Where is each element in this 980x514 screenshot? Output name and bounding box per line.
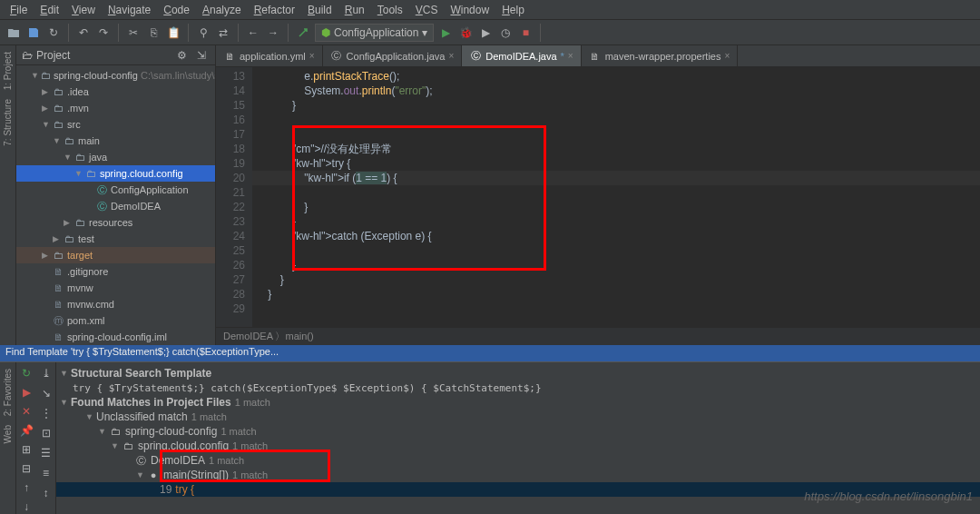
tree-node-demoidea[interactable]: ⒸDemoIDEA [16, 198, 215, 214]
tree-node-spring-cloud-config[interactable]: ▼🗀spring-cloud-config C:\sam.lin\study\s… [16, 67, 215, 84]
down-icon[interactable]: ↓ [19, 500, 34, 514]
debug-icon[interactable]: 🐞 [457, 25, 474, 41]
autoscroll-icon[interactable]: ↘ [39, 386, 54, 400]
result-node[interactable]: ▼🗀spring-cloud-config 1 match [56, 424, 980, 439]
tree-node-java[interactable]: ▼🗀java [16, 149, 215, 165]
structure-tool-tab[interactable]: 7: Structure [2, 96, 14, 149]
tab-maven-wrapper-properties[interactable]: 🗎maven-wrapper.properties× [582, 45, 739, 66]
close-tab-icon[interactable]: × [725, 51, 730, 61]
line-13[interactable]: e.printStackTrace(); [252, 69, 980, 84]
tab-application-yml[interactable]: 🗎application.yml× [216, 45, 323, 66]
back-icon[interactable]: ← [245, 25, 261, 41]
tree-node-configapplication[interactable]: ⒸConfigApplication [16, 182, 215, 198]
menu-refactor[interactable]: Refactor [248, 2, 301, 18]
menu-file[interactable]: File [4, 2, 34, 18]
tree-node-src[interactable]: ▼🗀src [16, 116, 215, 133]
tab-configapplication-java[interactable]: ⒸConfigApplication.java× [323, 45, 463, 66]
coverage-icon[interactable]: ▶ [477, 25, 494, 41]
redo-icon[interactable]: ↷ [95, 25, 112, 41]
line-14[interactable]: System.out.println("error"); [252, 84, 980, 98]
menu-build[interactable]: Build [301, 2, 338, 18]
project-tool-tab[interactable]: 1: Project [2, 49, 14, 93]
result-node[interactable]: ▼Unclassified match 1 match [56, 410, 980, 424]
project-tree[interactable]: ▼🗀spring-cloud-config C:\sam.lin\study\s… [16, 65, 215, 345]
tree-node-test[interactable]: ▶🗀test [16, 231, 215, 247]
line-28[interactable]: } [252, 287, 980, 301]
menu-navigate[interactable]: Navigate [102, 2, 157, 18]
favorites-tool-tab[interactable]: 2: Favorites [2, 366, 14, 419]
cut-icon[interactable]: ✂ [125, 25, 142, 41]
run-config-selector[interactable]: ⬢ ConfigApplication ▾ [315, 24, 434, 42]
web-tool-tab[interactable]: Web [2, 422, 14, 446]
save-icon[interactable] [25, 25, 42, 41]
export-icon[interactable]: ⤓ [39, 366, 54, 381]
forward-icon[interactable]: → [265, 25, 281, 41]
line-20[interactable]: "kw-hl">if (1 == 1) { [252, 171, 980, 185]
close-tab-icon[interactable]: × [448, 51, 454, 61]
line-19[interactable]: "kw-hl">try { [252, 156, 980, 171]
menu-analyze[interactable]: Analyze [196, 2, 248, 18]
line-21[interactable] [252, 185, 980, 200]
menu-tools[interactable]: Tools [371, 2, 409, 18]
collapse-all-icon[interactable]: ⊟ [19, 462, 34, 476]
tree-node--idea[interactable]: ▶🗀.idea [16, 84, 215, 100]
open-icon[interactable] [5, 25, 22, 41]
tree-node-resources[interactable]: ▶🗀resources [16, 214, 215, 231]
group-icon[interactable]: ⊡ [39, 426, 54, 440]
filter-icon[interactable]: ≡ [39, 466, 54, 480]
menu-edit[interactable]: Edit [34, 2, 65, 18]
line-24[interactable]: "kw-hl">catch (Exception e) { [252, 229, 980, 243]
result-node[interactable]: ⒸDemoIDEA 1 match [56, 453, 980, 468]
breadcrumb[interactable]: DemoIDEA 〉main() [216, 327, 980, 345]
close-tab-icon[interactable]: × [309, 51, 315, 61]
tree-node-spring-cloud-config[interactable]: ▼🗀spring.cloud.config [16, 165, 215, 182]
result-node[interactable]: ▼●main(String[]) 1 match [56, 468, 980, 482]
paste-icon[interactable]: 📋 [165, 25, 181, 41]
pin-icon[interactable]: 📌 [19, 423, 34, 437]
collapse-icon[interactable]: ⇲ [193, 47, 210, 64]
tree-node-spring-cloud-config-iml[interactable]: 🗎spring-cloud-config.iml [16, 329, 215, 345]
settings-icon[interactable]: ⋮ [39, 406, 54, 420]
sync-icon[interactable]: ↻ [45, 25, 62, 41]
replace-icon[interactable]: ⇄ [215, 25, 231, 41]
preview-icon[interactable]: ☰ [39, 446, 54, 460]
stop-icon[interactable]: ▶ [19, 385, 34, 399]
tree-node-pom-xml[interactable]: ⓜpom.xml [16, 312, 215, 329]
undo-icon[interactable]: ↶ [75, 25, 92, 41]
close-tab-icon[interactable]: × [568, 51, 573, 61]
result-node[interactable]: ▼🗀spring.cloud.config 1 match [56, 439, 980, 453]
line-27[interactable]: } [252, 272, 980, 287]
build-icon[interactable] [295, 25, 311, 41]
menu-vcs[interactable]: VCS [409, 2, 445, 18]
line-18[interactable]: "cm">//没有处理异常 [252, 142, 980, 156]
tree-node--mvn[interactable]: ▶🗀.mvn [16, 100, 215, 116]
gear-icon[interactable]: ⚙ [173, 47, 190, 64]
line-29[interactable] [252, 301, 980, 316]
line-25[interactable] [252, 243, 980, 258]
tree-node-mvnw-cmd[interactable]: 🗎mvnw.cmd [16, 296, 215, 312]
copy-icon[interactable]: ⎘ [145, 25, 162, 41]
line-22[interactable]: } [252, 200, 980, 214]
up-icon[interactable]: ↑ [19, 481, 34, 495]
line-17[interactable] [252, 127, 980, 142]
line-26[interactable]: } [252, 258, 980, 272]
tree-node-mvnw[interactable]: 🗎mvnw [16, 280, 215, 296]
find-icon[interactable]: ⚲ [195, 25, 211, 41]
rerun-icon[interactable]: ↻ [19, 366, 34, 380]
line-23[interactable]: } [252, 214, 980, 229]
line-15[interactable]: } [252, 98, 980, 113]
line-16[interactable] [252, 113, 980, 127]
tree-node-main[interactable]: ▼🗀main [16, 133, 215, 149]
expand-icon[interactable]: ⊞ [19, 443, 34, 457]
menu-help[interactable]: Help [495, 2, 531, 18]
run-icon[interactable]: ▶ [437, 25, 454, 41]
tree-node-target[interactable]: ▶🗀target [16, 247, 215, 263]
tree-node--gitignore[interactable]: 🗎.gitignore [16, 263, 215, 280]
stop-icon[interactable]: ■ [517, 25, 534, 41]
profile-icon[interactable]: ◷ [497, 25, 514, 41]
close-icon[interactable]: ✕ [19, 404, 34, 418]
menu-window[interactable]: Window [444, 2, 495, 18]
menu-run[interactable]: Run [338, 2, 371, 18]
code-area[interactable]: e.printStackTrace(); System.out.println(… [252, 67, 980, 327]
menu-view[interactable]: View [65, 2, 102, 18]
